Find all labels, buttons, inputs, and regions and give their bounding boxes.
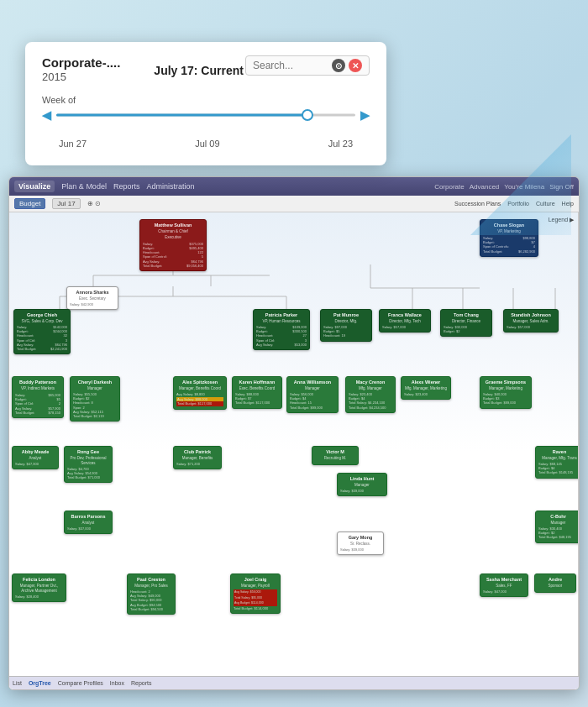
bottom-list[interactable]: List [13,680,22,686]
popup-year: 2015 [42,71,120,83]
node-title-barros: Analyst [67,521,109,526]
bottom-compare[interactable]: Compare Profiles [58,680,103,686]
timeline-container: ◀ ▶ [42,107,370,123]
node-name-barros: Barros Parsons [67,514,109,520]
nav-reports[interactable]: Reports [113,182,140,191]
node-title-club: Manager, Benefits [176,456,218,461]
node-club[interactable]: Club Patrick Manager, Benefits Salary: $… [173,446,222,469]
timeline-label-jul23: Jul 23 [328,139,353,149]
node-title-cheryl: Manager [73,386,117,391]
node-linda[interactable]: Linda Hunt Manager Salary: $39,000 [337,473,387,496]
node-name-karen: Karen Hoffmann [235,380,279,385]
node-graeme[interactable]: Graeme Simpsons Manager, Marketing Salar… [480,376,532,409]
search-icon[interactable]: ⊙ [332,59,345,72]
popup-date-label: July 17: Current [154,64,244,77]
timeline-arrow-left[interactable]: ◀ [42,108,51,122]
nav-administration[interactable]: Administration [146,182,194,191]
node-title-linda: Manager [340,483,384,488]
timeline-thumb[interactable] [302,109,313,121]
bottom-orgtree[interactable]: OrgTree [29,680,51,686]
node-macy[interactable]: Macy Crenon Mfg. Manager Salary: $23,400… [345,376,396,413]
node-name-raven: Raven [538,449,578,455]
node-cheryl[interactable]: Cheryl Darkesh Manager Salary: $55,500 B… [70,376,120,422]
node-title-franca: Director, Mfg. Tech [382,319,428,324]
bottom-reports[interactable]: Reports [131,680,152,686]
node-title-annora: Exec. Secretary [70,296,115,301]
node-title-joel: Manager, Payroll [234,584,277,589]
popup-card: Corporate-.... 2015 July 17: Current ⊙ ✕… [25,42,386,165]
node-rong[interactable]: Rong Gee Pro Dev, Professional Services … [64,446,113,483]
node-annora[interactable]: Annora Sharks Exec. Secretary Salary: $4… [66,286,118,310]
node-title-abby: Analyst [15,456,55,461]
toolbar-icons: ⊕ ⊙ [87,200,101,207]
timeline-arrow-right[interactable]: ▶ [360,108,370,122]
topbar-advanced[interactable]: Advanced [470,183,500,191]
popup-corp-title: Corporate-.... [42,55,120,70]
node-paul[interactable]: Paul Creston Manager, Pro Sales Headcoun… [127,573,176,615]
node-raven[interactable]: Raven Manager, Mfg. Trans Salary: $68,14… [535,446,578,479]
node-name-felicia: Felicia London [15,577,63,583]
node-name-joel: Joel Craig [234,577,277,583]
node-victor[interactable]: Victor M Recruiting M. [312,446,359,465]
close-icon[interactable]: ✕ [349,59,362,72]
node-name-annora: Annora Sharks [70,290,115,296]
node-matthew-sullivan[interactable]: Matthew Sullivan Chairman & Chief Execut… [139,219,207,271]
node-sasha[interactable]: Sasha Merchant Sales, FF Salary: $47,000 [480,573,528,597]
node-name-paul: Paul Creston [130,577,172,583]
app-main: Matthew Sullivan Chairman & Chief Execut… [9,212,578,689]
node-abby[interactable]: Abby Meade Analyst Salary: $47,900 [12,446,59,469]
node-name-cbohr: C-Bohr [538,514,578,520]
node-name-matthew: Matthew Sullivan [143,223,203,228]
node-title-alexs: Mfg. Manager, Marketing [404,386,448,391]
node-gary[interactable]: Gary Mong Sr. Reclass. Salary: $39,000 [337,532,384,555]
toolbar-date[interactable]: Jul 17 [52,198,80,209]
node-george[interactable]: George Chieh SVG, Sales & Corp. Dev Sala… [13,309,71,354]
node-alex-s[interactable]: Alex Spitzkosen Manager, Benefits Coord … [173,376,227,410]
node-joel[interactable]: Joel Craig Manager, Payroll Avg Salary: … [230,573,281,614]
node-tom[interactable]: Tom Chang Director, Finance Salary: $32,… [440,309,492,337]
node-title-tom: Director, Finance [444,319,489,324]
popup-search[interactable]: ⊙ ✕ [245,55,370,76]
node-alexs[interactable]: Alexs Wiener Mfg. Manager, Marketing Sal… [401,376,451,400]
timeline-bar[interactable] [56,107,355,123]
node-title-raven: Manager, Mfg. Trans [538,456,578,461]
node-title-andre: Sponsor [538,584,573,589]
org-area[interactable]: Matthew Sullivan Chairman & Chief Execut… [9,212,578,689]
timeline-label-jun27: Jun 27 [59,139,87,149]
node-name-victor: Victor M [315,449,355,455]
node-felicia[interactable]: Felicia London Manager, Partner Dvt., Ar… [12,573,66,602]
node-cbohr[interactable]: C-Bohr Manager Salary: $30,400 Budget: $… [535,511,578,543]
node-barros[interactable]: Barros Parsons Analyst Salary: $37,000 [64,511,113,534]
node-patricia[interactable]: Patricia Parker VP, Human Resources Sala… [253,309,310,350]
timeline-fill [56,114,311,117]
node-title-buddy: VP, Indirect Markets [15,386,60,391]
node-name-andre: Andre [538,577,573,583]
nav-visualize[interactable]: Visualize [14,181,55,192]
nav-plan-model[interactable]: Plan & Model [61,182,107,191]
node-name-george: George Chieh [17,312,67,318]
node-name-alexs: Alexs Wiener [404,380,448,385]
node-name-buddy: Buddy Patterson [15,380,60,385]
node-name-abby: Abby Meade [15,449,55,455]
node-andre[interactable]: Andre Sponsor [534,573,576,593]
toolbar-budget[interactable]: Budget [14,198,45,209]
node-name-macy: Macy Crenon [349,380,392,385]
node-pat[interactable]: Pat Munroe Director, Mfg. Salary: $97,00… [320,309,372,342]
node-title-paul: Manager, Pro Sales [130,584,172,589]
succession-plans[interactable]: Succession Plans [454,201,501,207]
node-standish[interactable]: Standish Johnson Manager, Sales Adm. Sal… [503,309,559,333]
node-buddy[interactable]: Buddy Patterson VP, Indirect Markets Sal… [12,376,64,418]
node-title-felicia: Manager, Partner Dvt., Archive Managemen… [15,584,63,594]
node-anna[interactable]: Anna Williamson Manager Salary: $56,000 … [286,376,339,413]
node-name-gary: Gary Mong [340,535,381,541]
node-name-cheryl: Cheryl Darkesh [73,380,117,385]
bottom-inbox[interactable]: Inbox [110,680,124,686]
week-of-label: Week of [42,95,76,105]
node-franca[interactable]: Franca Wallace Director, Mfg. Tech Salar… [379,309,431,333]
node-title-graeme: Manager, Marketing [483,386,528,391]
node-karen[interactable]: Karen Hoffmann Exec. Benefits Coord Sala… [232,376,282,409]
search-input[interactable] [253,60,328,71]
node-title-pat: Director, Mfg. [323,319,369,324]
node-title-anna: Manager [290,386,335,391]
popup-title-section: Corporate-.... 2015 [42,55,120,83]
